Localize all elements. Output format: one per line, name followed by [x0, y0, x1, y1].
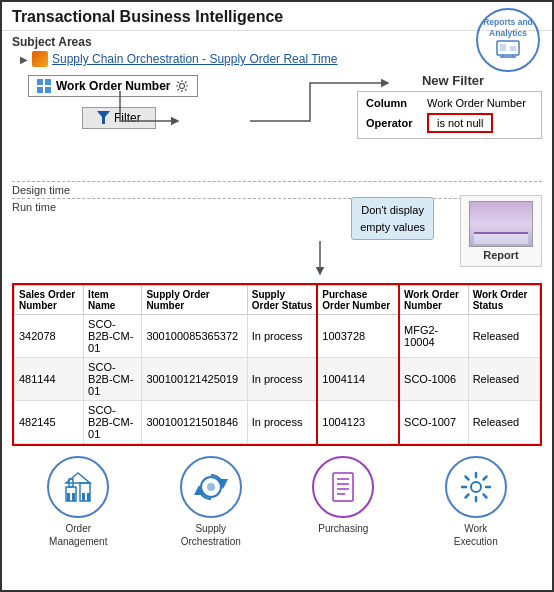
grid-icon [37, 79, 51, 93]
table-cell: SCO-B2B-CM-01 [84, 401, 142, 444]
subject-areas-label: Subject Areas [12, 35, 542, 49]
svg-rect-6 [37, 79, 43, 85]
svg-marker-11 [97, 111, 110, 124]
column-value: Work Order Number [427, 97, 526, 109]
col-item-name: Item Name [84, 286, 142, 315]
subject-areas-section: Subject Areas ▶ Supply Chain Orchestrati… [2, 31, 552, 69]
svg-point-27 [471, 482, 481, 492]
gear-icon[interactable] [175, 79, 189, 93]
icon-item-work-execution[interactable]: WorkExecution [445, 456, 507, 548]
table-cell: SCO-B2B-CM-01 [84, 358, 142, 401]
purchasing-label: Purchasing [318, 522, 368, 535]
order-management-circle [47, 456, 109, 518]
table-cell: 300100121501846 [142, 401, 247, 444]
table-cell: MFG2-10004 [399, 315, 468, 358]
col-wo-status: Work Order Status [468, 286, 539, 315]
table-cell: SCO-1006 [399, 358, 468, 401]
table-cell: 482145 [15, 401, 84, 444]
table-cell: In process [247, 315, 317, 358]
col-supply-status: Supply Order Status [247, 286, 317, 315]
table-row: 482145SCO-B2B-CM-01300100121501846In pro… [15, 401, 540, 444]
work-execution-label: WorkExecution [454, 522, 498, 548]
svg-rect-16 [87, 493, 90, 501]
svg-rect-9 [45, 87, 51, 93]
subject-area-item[interactable]: Supply Chain Orchestration - Supply Orde… [52, 52, 337, 66]
svg-rect-18 [72, 493, 75, 501]
svg-point-21 [207, 483, 215, 491]
table-cell: 1003728 [317, 315, 399, 358]
operator-value-box: is not null [427, 113, 493, 133]
report-box[interactable]: Report [460, 195, 542, 267]
table-cell: Released [468, 401, 539, 444]
icon-item-supply-orchestration[interactable]: SupplyOrchestration [180, 456, 242, 548]
svg-rect-22 [333, 473, 353, 501]
table-container: Sales Order Number Item Name Supply Orde… [12, 283, 542, 446]
triangle-icon: ▶ [20, 54, 28, 65]
table-cell: SCO-1007 [399, 401, 468, 444]
reports-analytics-badge[interactable]: Reports and Analytics [476, 8, 540, 72]
design-time-label: Design time [12, 181, 542, 196]
filter-details-box: Column Work Order Number Operator is not… [357, 91, 542, 139]
svg-rect-17 [67, 493, 70, 501]
dont-display-tooltip: Don't display empty values [351, 197, 434, 240]
table-cell: In process [247, 401, 317, 444]
funnel-icon [97, 111, 110, 125]
col-po-number: Purchase Order Number [317, 286, 399, 315]
svg-rect-8 [37, 87, 43, 93]
svg-rect-7 [45, 79, 51, 85]
table-cell: 481144 [15, 358, 84, 401]
operator-label: Operator [366, 117, 421, 129]
col-wo-number: Work Order Number [399, 286, 468, 315]
page-title: Transactional Business Intelligence [12, 8, 542, 26]
table-cell: 342078 [15, 315, 84, 358]
column-label: Column [366, 97, 421, 109]
table-cell: 300100121425019 [142, 358, 247, 401]
supply-orchestration-circle [180, 456, 242, 518]
order-management-label: OrderManagement [49, 522, 107, 548]
table-cell: 300100085365372 [142, 315, 247, 358]
new-filter-label: New Filter [422, 73, 484, 88]
reports-badge-label: Reports and Analytics [478, 17, 538, 37]
report-screen [469, 201, 533, 247]
work-order-box[interactable]: Work Order Number [28, 75, 198, 97]
table-row: 342078SCO-B2B-CM-01300100085365372In pro… [15, 315, 540, 358]
icon-item-purchasing[interactable]: Purchasing [312, 456, 374, 535]
table-cell: Released [468, 315, 539, 358]
col-supply-order-num: Supply Order Number [142, 286, 247, 315]
filter-area: Work Order Number Filter New Filter Colu… [2, 69, 552, 179]
table-cell: SCO-B2B-CM-01 [84, 315, 142, 358]
supply-orchestration-label: SupplyOrchestration [181, 522, 241, 548]
svg-rect-1 [500, 44, 506, 51]
reports-badge-icon [496, 40, 520, 63]
report-label: Report [483, 249, 518, 261]
table-cell: 1004114 [317, 358, 399, 401]
svg-rect-15 [82, 493, 85, 501]
table-cell: In process [247, 358, 317, 401]
bottom-icons-area: OrderManagement SupplyOrchestration [2, 448, 552, 554]
table-cell: 1004123 [317, 401, 399, 444]
icon-item-order-management[interactable]: OrderManagement [47, 456, 109, 548]
supply-chain-icon [32, 51, 48, 67]
work-execution-circle [445, 456, 507, 518]
col-sales-order: Sales Order Number [15, 286, 84, 315]
filter-box[interactable]: Filter [82, 107, 156, 129]
purchasing-circle [312, 456, 374, 518]
svg-rect-2 [510, 46, 516, 51]
table-row: 481144SCO-B2B-CM-01300100121425019In pro… [15, 358, 540, 401]
table-cell: Released [468, 358, 539, 401]
svg-point-10 [180, 84, 185, 89]
